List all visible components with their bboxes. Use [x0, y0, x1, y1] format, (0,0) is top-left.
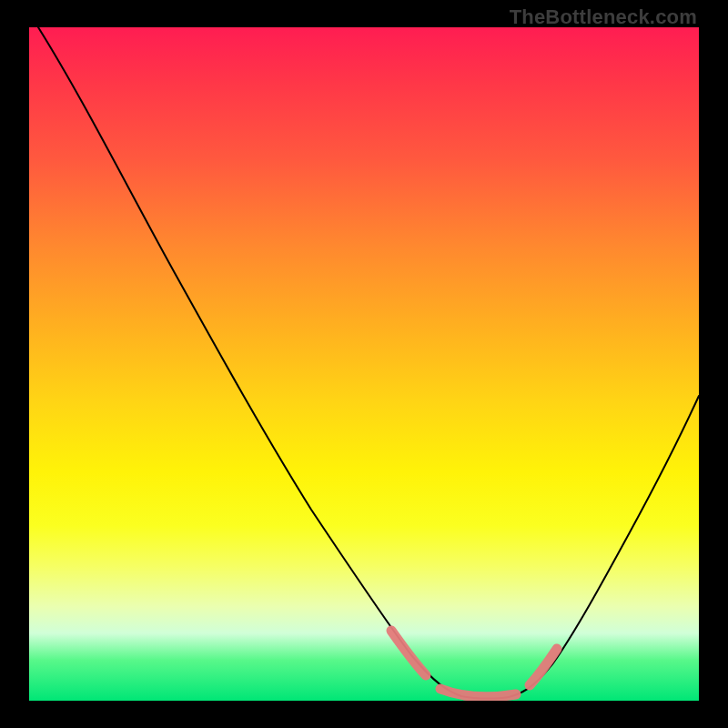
- fit-marker-right: [530, 649, 557, 685]
- bottleneck-curve: [29, 27, 699, 701]
- curve-right: [502, 396, 699, 698]
- plot-area: [29, 27, 699, 701]
- chart-frame: TheBottleneck.com: [0, 0, 728, 728]
- curve-left: [38, 27, 502, 699]
- fit-marker-left: [391, 631, 426, 675]
- fit-marker-bottom: [440, 689, 516, 697]
- watermark-text: TheBottleneck.com: [510, 5, 697, 29]
